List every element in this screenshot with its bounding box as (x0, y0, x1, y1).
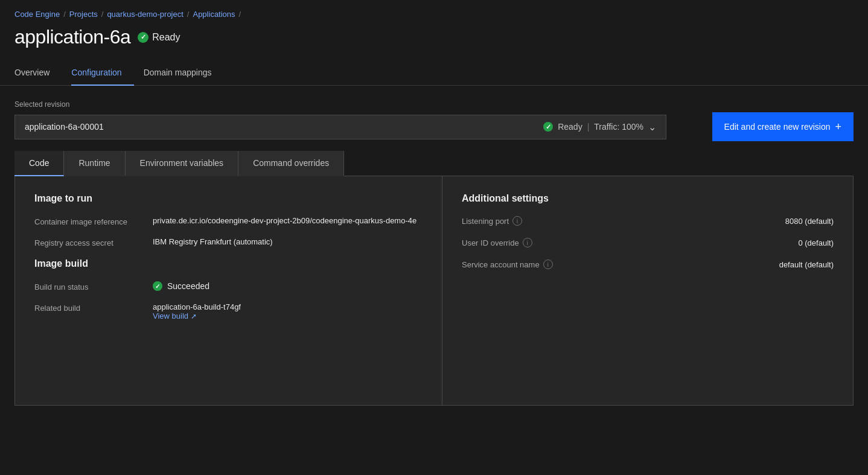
status-label: Ready (152, 32, 180, 43)
user-id-override-label: User ID override (462, 238, 519, 247)
registry-secret-row: Registry access secret IBM Registry Fran… (34, 237, 423, 247)
container-image-value: private.de.icr.io/codeengine-dev-project… (153, 216, 423, 225)
listening-port-value: 8080 (default) (785, 217, 834, 226)
page-title: application-6a (14, 26, 130, 48)
sub-tab-code[interactable]: Code (14, 151, 64, 176)
container-image-label: Container image reference (34, 216, 143, 226)
revision-selector[interactable]: application-6a-00001 Ready | Traffic: 10… (14, 115, 666, 139)
breadcrumb: Code Engine / Projects / quarkus-demo-pr… (0, 0, 868, 24)
revision-meta: Ready | Traffic: 100% ⌄ (543, 121, 656, 133)
tab-domain-mappings[interactable]: Domain mappings (144, 60, 224, 86)
build-status-text: Succeeded (167, 281, 209, 291)
build-run-status-label: Build run status (34, 281, 143, 292)
revision-section: Selected revision application-6a-00001 R… (14, 100, 854, 141)
registry-secret-value: IBM Registry Frankfurt (automatic) (153, 237, 423, 246)
user-id-override-label-group: User ID override i (462, 238, 532, 247)
breadcrumb-projects[interactable]: Projects (69, 10, 98, 19)
related-build-values: application-6a-build-t74gf View build ➚ (153, 302, 241, 320)
sub-tab-environment-variables[interactable]: Environment variables (126, 151, 239, 176)
page-header: application-6a Ready (0, 24, 868, 60)
main-tabs: Overview Configuration Domain mappings (0, 60, 868, 86)
related-build-label: Related build (34, 302, 143, 313)
breadcrumb-project[interactable]: quarkus-demo-project (107, 10, 183, 19)
image-build-title: Image build (34, 258, 423, 269)
build-run-status-value: Succeeded (153, 281, 209, 291)
content-area: Selected revision application-6a-00001 R… (0, 86, 868, 406)
view-build-label: View build (153, 311, 188, 320)
sub-tabs-bar: Code Runtime Environment variables Comma… (14, 151, 854, 176)
related-build-row: Related build application-6a-build-t74gf… (34, 302, 423, 320)
revision-traffic: Traffic: 100% (594, 122, 643, 132)
left-section: Image to run Container image reference p… (15, 176, 442, 405)
registry-secret-label: Registry access secret (34, 237, 143, 247)
service-account-label-group: Service account name i (462, 260, 553, 269)
edit-create-revision-button[interactable]: Edit and create new revision + (712, 112, 854, 141)
right-section: Additional settings Listening port i 808… (442, 176, 853, 405)
sub-tab-command-overrides[interactable]: Command overrides (238, 151, 344, 176)
image-to-run-section: Image to run Container image reference p… (34, 193, 423, 247)
revision-status: Ready (558, 122, 582, 132)
image-build-section: Image build Build run status Succeeded R… (34, 258, 423, 320)
tab-configuration[interactable]: Configuration (71, 60, 133, 86)
related-build-name: application-6a-build-t74gf (153, 302, 241, 311)
breadcrumb-applications[interactable]: Applications (193, 10, 235, 19)
container-image-row: Container image reference private.de.icr… (34, 216, 423, 226)
status-dot-icon (138, 32, 148, 43)
user-id-info-icon[interactable]: i (523, 238, 532, 247)
external-link-icon: ➚ (191, 312, 197, 320)
listening-port-label-group: Listening port i (462, 216, 522, 226)
listening-port-row: Listening port i 8080 (default) (462, 216, 834, 226)
build-success-icon (153, 281, 162, 291)
view-build-link[interactable]: View build ➚ (153, 311, 241, 320)
revision-status-dot (543, 122, 553, 132)
plus-icon: + (835, 121, 841, 133)
service-account-info-icon[interactable]: i (543, 260, 553, 269)
revision-selector-row: application-6a-00001 Ready | Traffic: 10… (14, 112, 854, 141)
user-id-override-value: 0 (default) (798, 238, 834, 247)
breadcrumb-code-engine[interactable]: Code Engine (14, 10, 60, 19)
chevron-down-icon[interactable]: ⌄ (648, 121, 656, 133)
sub-tab-runtime[interactable]: Runtime (64, 151, 125, 176)
tab-overview[interactable]: Overview (14, 60, 62, 86)
service-account-label: Service account name (462, 260, 540, 269)
status-badge: Ready (138, 32, 180, 43)
service-account-row: Service account name i default (default) (462, 260, 834, 269)
edit-btn-label: Edit and create new revision (724, 122, 831, 132)
listening-port-label: Listening port (462, 217, 509, 226)
revision-name: application-6a-00001 (25, 122, 536, 132)
revision-label: Selected revision (14, 100, 854, 109)
main-panel: Image to run Container image reference p… (14, 176, 854, 406)
service-account-value: default (default) (779, 260, 834, 269)
image-to-run-title: Image to run (34, 193, 423, 204)
listening-port-info-icon[interactable]: i (512, 216, 522, 226)
build-run-status-row: Build run status Succeeded (34, 281, 423, 292)
additional-settings-title: Additional settings (462, 193, 834, 204)
user-id-override-row: User ID override i 0 (default) (462, 238, 834, 247)
